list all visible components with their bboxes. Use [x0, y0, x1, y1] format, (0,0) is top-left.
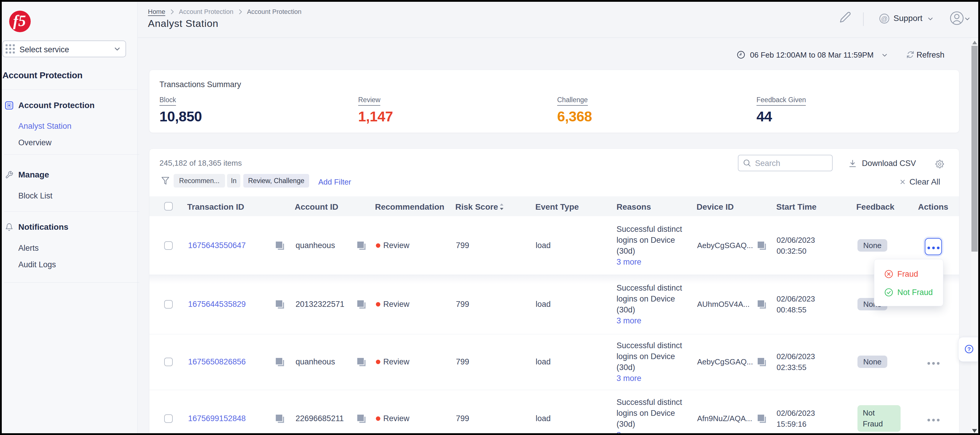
svg-text:@: @: [881, 15, 888, 22]
svg-text:f5: f5: [13, 13, 26, 29]
svg-text:?: ?: [967, 346, 971, 352]
